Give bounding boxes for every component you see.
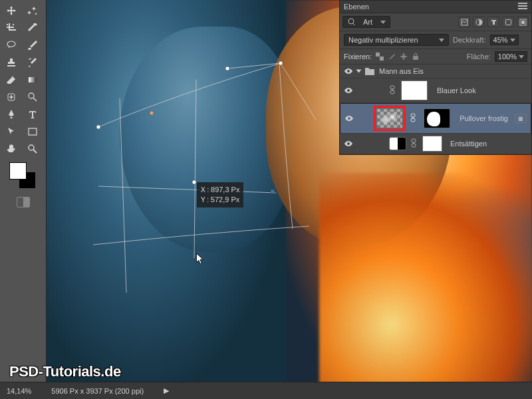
doc-dimensions: 5906 Px x 3937 Px (200 ppi): [51, 387, 144, 395]
panel-menu-icon[interactable]: [518, 3, 527, 11]
lasso-tool[interactable]: [1, 37, 21, 53]
adjustment-icon: [389, 137, 406, 150]
tools-palette: [0, 0, 47, 399]
svg-point-2: [29, 93, 34, 98]
visibility-icon[interactable]: [344, 86, 353, 95]
fill-input[interactable]: 100%: [495, 51, 527, 62]
layer-name: Entsättigen: [450, 140, 487, 148]
smartobj-icon: ▦: [515, 114, 527, 123]
magic-wand-tool[interactable]: [23, 3, 43, 19]
hand-tool[interactable]: [1, 141, 21, 157]
zoom-tool[interactable]: [23, 141, 43, 157]
filter-smart-icon[interactable]: [517, 17, 529, 27]
pen-tool[interactable]: [1, 106, 21, 122]
path-select-tool[interactable]: [1, 124, 21, 140]
opacity-input[interactable]: 45%: [490, 35, 519, 45]
panel-title: Ebenen: [344, 3, 369, 11]
visibility-icon[interactable]: [344, 114, 354, 123]
svg-rect-3: [29, 128, 37, 135]
group-name: Mann aus Eis: [379, 67, 424, 75]
layer-item[interactable]: Entsättigen: [340, 134, 531, 154]
lock-pixels-icon[interactable]: [388, 53, 396, 61]
layer-name: Blauer Look: [437, 86, 476, 94]
gradient-tool[interactable]: [23, 72, 43, 88]
lock-row: Fixieren: Fläche: 100%: [340, 49, 531, 65]
status-bar: 14,14% 5906 Px x 3937 Px (200 ppi) ▶: [0, 382, 532, 399]
link-icon: [389, 85, 397, 96]
filter-shape-icon[interactable]: [502, 17, 514, 27]
link-icon: [410, 138, 418, 149]
folder-icon: [364, 66, 375, 76]
layer-group[interactable]: Mann aus Eis: [340, 65, 531, 78]
svg-point-4: [29, 145, 34, 150]
fill-label: Fläche:: [467, 53, 491, 61]
coord-tooltip: X : 897,3 PxY : 572,9 Px: [197, 182, 243, 207]
opacity-label: Deckkraft:: [453, 36, 486, 44]
visibility-icon[interactable]: [344, 66, 353, 76]
lock-position-icon[interactable]: [400, 53, 408, 61]
watermark: PSD-Tutorials.de: [9, 363, 121, 380]
layers-panel: Ebenen Art Negativ multiplizieren Deckkr…: [339, 0, 532, 155]
layer-name: Pullover frostig: [460, 114, 508, 122]
quickmask-toggle[interactable]: [17, 197, 30, 207]
svg-rect-18: [380, 57, 384, 61]
blend-mode-select[interactable]: Negativ multiplizieren: [344, 34, 449, 46]
type-tool[interactable]: [23, 106, 43, 122]
link-icon: [410, 113, 418, 124]
rectangle-tool[interactable]: [23, 124, 43, 140]
layer-item-selected[interactable]: Pullover frostig ▦: [340, 103, 531, 134]
zoom-level[interactable]: 14,14%: [7, 387, 31, 395]
layer-thumb: [401, 80, 428, 100]
move-tool[interactable]: [1, 3, 21, 19]
visibility-icon[interactable]: [344, 139, 353, 148]
svg-rect-16: [521, 21, 525, 24]
filter-adjust-icon[interactable]: [473, 17, 485, 27]
svg-rect-19: [413, 56, 418, 60]
filter-buttons: [458, 17, 529, 27]
lock-all-icon[interactable]: [412, 53, 420, 61]
stamp-tool[interactable]: [1, 55, 21, 70]
status-caret[interactable]: ▶: [164, 386, 169, 395]
layer-thumb: [376, 108, 403, 128]
filter-pixel-icon[interactable]: [458, 17, 470, 27]
expand-icon[interactable]: [356, 70, 362, 73]
brush-tool[interactable]: [23, 37, 43, 53]
lock-trans-icon[interactable]: [376, 53, 384, 61]
color-swatch[interactable]: [9, 162, 36, 189]
dodge-tool[interactable]: [23, 89, 43, 105]
cursor-icon: [196, 253, 205, 266]
healing-tool[interactable]: [1, 89, 21, 105]
history-brush-tool[interactable]: [23, 55, 43, 70]
filter-type-icon[interactable]: [487, 17, 499, 27]
eyedropper-tool[interactable]: [23, 20, 43, 36]
svg-rect-0: [29, 77, 37, 82]
layer-item[interactable]: Blauer Look: [340, 78, 531, 103]
crop-tool[interactable]: [1, 20, 21, 36]
svg-rect-14: [505, 19, 511, 25]
svg-rect-17: [376, 53, 380, 57]
mask-thumb: [422, 136, 442, 152]
mask-thumb: [424, 108, 450, 128]
layer-kind-filter[interactable]: Art: [342, 16, 390, 28]
eraser-tool[interactable]: [1, 72, 21, 88]
highlight-box: [374, 106, 406, 131]
